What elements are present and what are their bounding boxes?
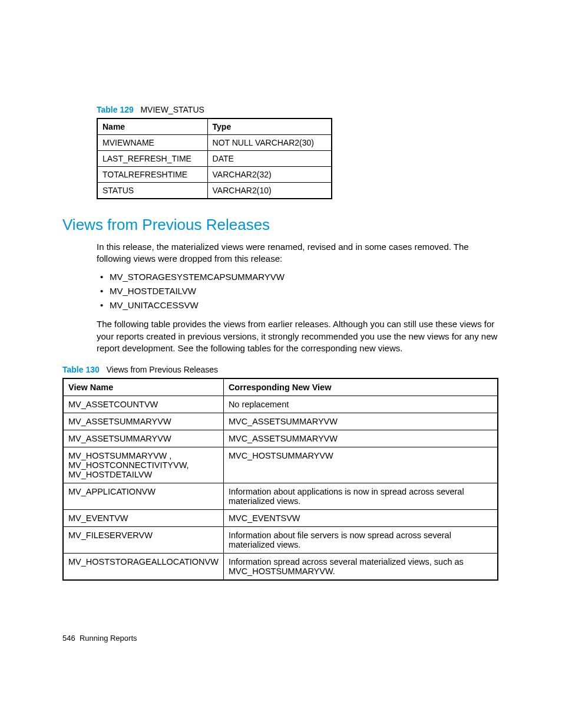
table-129-label: Table 129 <box>97 105 134 114</box>
list-item: MV_HOSTDETAILVW <box>97 285 500 297</box>
table-row: MV_EVENTVW MVC_EVENTSVW <box>63 510 498 527</box>
table-129-title: MVIEW_STATUS <box>140 105 204 114</box>
cell-view: MV_HOSTSUMMARYVW , MV_HOSTCONNECTIVITYVW… <box>63 447 223 483</box>
table-row: MV_HOSTSTORAGEALLOCATIONVW Information s… <box>63 554 498 581</box>
cell-name: MVIEWNAME <box>97 135 207 151</box>
table-129-caption: Table 129 MVIEW_STATUS <box>97 105 500 114</box>
cell-new: MVC_EVENTSVW <box>223 510 498 527</box>
cell-type: VARCHAR2(32) <box>207 167 332 183</box>
cell-new: MVC_ASSETSUMMARYVW <box>223 430 498 447</box>
cell-view: MV_EVENTVW <box>63 510 223 527</box>
table-130-title: Views from Previous Releases <box>106 365 218 374</box>
table-row: MV_APPLICATIONVW Information about appli… <box>63 483 498 510</box>
cell-type: VARCHAR2(10) <box>207 183 332 199</box>
cell-type: DATE <box>207 151 332 167</box>
cell-view: MV_HOSTSTORAGEALLOCATIONVW <box>63 554 223 581</box>
table-row: STATUS VARCHAR2(10) <box>97 183 332 199</box>
footer-section: Running Reports <box>80 634 137 643</box>
cell-view: MV_ASSETSUMMARYVW <box>63 430 223 447</box>
cell-new: Information about applications is now in… <box>223 483 498 510</box>
col-header-view-name: View Name <box>63 378 223 396</box>
table-130-caption: Table 130 Views from Previous Releases <box>62 365 500 374</box>
section-heading: Views from Previous Releases <box>62 216 500 234</box>
cell-name: TOTALREFRESHTIME <box>97 167 207 183</box>
cell-new: MVC_ASSETSUMMARYVW <box>223 413 498 430</box>
table-130-label: Table 130 <box>62 365 100 374</box>
document-page: Table 129 MVIEW_STATUS Name Type MVIEWNA… <box>0 0 562 678</box>
table-row: TOTALREFRESHTIME VARCHAR2(32) <box>97 167 332 183</box>
paragraph-2: The following table provides the views f… <box>97 318 500 354</box>
cell-new: MVC_HOSTSUMMARYVW <box>223 447 498 483</box>
col-header-type: Type <box>207 118 332 135</box>
table-row: MV_FILESERVERVW Information about file s… <box>63 527 498 554</box>
list-item: MV_STORAGESYSTEMCAPSUMMARYVW <box>97 271 500 283</box>
table-row: MV_ASSETSUMMARYVW MVC_ASSETSUMMARYVW <box>63 430 498 447</box>
table-row: MV_ASSETSUMMARYVW MVC_ASSETSUMMARYVW <box>63 413 498 430</box>
table-row: MV_HOSTSUMMARYVW , MV_HOSTCONNECTIVITYVW… <box>63 447 498 483</box>
col-header-new-view: Corresponding New View <box>223 378 498 396</box>
section-body: In this release, the materialized views … <box>97 241 500 354</box>
table-row: LAST_REFRESH_TIME DATE <box>97 151 332 167</box>
table-row: MV_ASSETCOUNTVW No replacement <box>63 396 498 413</box>
cell-name: STATUS <box>97 183 207 199</box>
cell-view: MV_ASSETSUMMARYVW <box>63 413 223 430</box>
table-129: Name Type MVIEWNAME NOT NULL VARCHAR2(30… <box>97 118 332 199</box>
col-header-name: Name <box>97 118 207 135</box>
page-footer: 546 Running Reports <box>62 634 500 643</box>
dropped-views-list: MV_STORAGESYSTEMCAPSUMMARYVW MV_HOSTDETA… <box>97 271 500 312</box>
table-row: MVIEWNAME NOT NULL VARCHAR2(30) <box>97 135 332 151</box>
intro-paragraph: In this release, the materialized views … <box>97 241 500 265</box>
cell-view: MV_ASSETCOUNTVW <box>63 396 223 413</box>
page-number: 546 <box>62 634 75 643</box>
cell-new: Information spread across several materi… <box>223 554 498 581</box>
cell-name: LAST_REFRESH_TIME <box>97 151 207 167</box>
cell-new: No replacement <box>223 396 498 413</box>
list-item: MV_UNITACCESSVW <box>97 299 500 311</box>
cell-new: Information about file servers is now sp… <box>223 527 498 554</box>
table-130: View Name Corresponding New View MV_ASSE… <box>62 378 498 581</box>
cell-type: NOT NULL VARCHAR2(30) <box>207 135 332 151</box>
cell-view: MV_APPLICATIONVW <box>63 483 223 510</box>
cell-view: MV_FILESERVERVW <box>63 527 223 554</box>
